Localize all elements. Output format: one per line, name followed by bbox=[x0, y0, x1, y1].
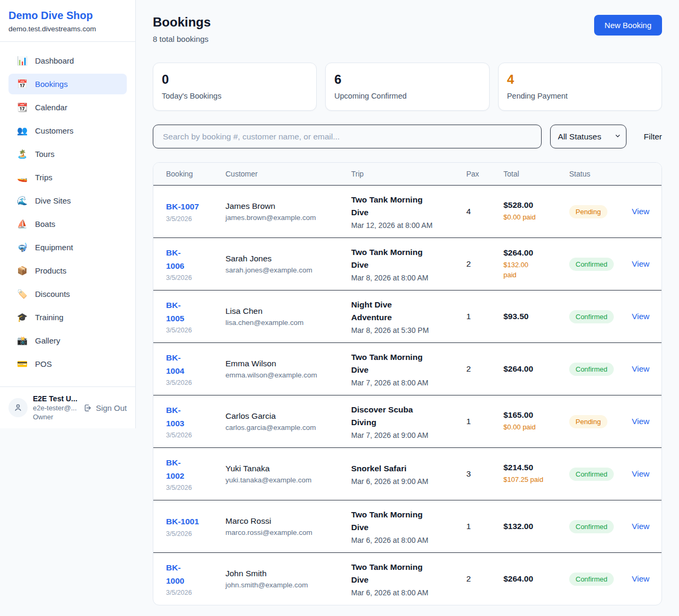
customer-cell: Yuki Tanaka yuki.tanaka@example.com bbox=[225, 464, 351, 484]
total-cell: $264.00 bbox=[503, 364, 569, 374]
customer-name: Yuki Tanaka bbox=[225, 464, 351, 473]
trip-name: Snorkel Safari bbox=[351, 462, 433, 475]
pax-cell: 1 bbox=[466, 417, 503, 426]
trip-cell: Snorkel Safari Mar 6, 2026 at 9:00 AM bbox=[351, 462, 466, 486]
view-link[interactable]: View bbox=[632, 312, 649, 321]
total-cell: $93.50 bbox=[503, 312, 569, 321]
page-header: Bookings 8 total bookings New Booking bbox=[153, 15, 662, 43]
customer-email: emma.wilson@example.com bbox=[225, 371, 351, 379]
booking-id-link[interactable]: BK-1000 bbox=[166, 561, 190, 587]
table-header-row: BookingCustomerTripPaxTotalStatus bbox=[153, 163, 661, 185]
trip-datetime: Mar 6, 2026 at 8:00 AM bbox=[351, 536, 466, 544]
logout-icon bbox=[83, 403, 92, 412]
sidebar-item-products[interactable]: 📦Products bbox=[8, 260, 127, 281]
trip-datetime: Mar 7, 2026 at 9:00 AM bbox=[351, 431, 466, 439]
customer-email: sarah.jones@example.com bbox=[225, 266, 351, 274]
sign-out-button[interactable]: Sign Out bbox=[83, 403, 127, 412]
trip-cell: Two Tank Morning Dive Mar 8, 2026 at 8:0… bbox=[351, 246, 466, 282]
sidebar-item-bookings[interactable]: 📅Bookings bbox=[8, 74, 127, 94]
table-row: BK-1005 3/5/2026 Lisa Chen lisa.chen@exa… bbox=[153, 290, 661, 342]
view-link[interactable]: View bbox=[632, 574, 649, 583]
status-badge: Confirmed bbox=[569, 573, 614, 586]
sidebar-item-label: Discounts bbox=[35, 289, 70, 298]
sidebar-item-calendar[interactable]: 📆Calendar bbox=[8, 97, 127, 118]
column-header-booking: Booking bbox=[166, 170, 225, 178]
page-title: Bookings bbox=[153, 15, 211, 30]
table-row: BK-1003 3/5/2026 Carlos Garcia carlos.ga… bbox=[153, 395, 661, 447]
bookings-table: BookingCustomerTripPaxTotalStatus BK-100… bbox=[153, 162, 662, 605]
booking-id-link[interactable]: BK-1001 bbox=[166, 515, 225, 528]
stat-card-upcoming-confirmed: 6Upcoming Confirmed bbox=[325, 63, 489, 111]
paid-amount: $0.00 paid bbox=[503, 423, 569, 433]
booking-id-link[interactable]: BK-1002 bbox=[166, 456, 190, 482]
paid-amount: $107.25 paid bbox=[503, 475, 569, 485]
avatar bbox=[8, 398, 28, 417]
trip-name: Two Tank Morning Dive bbox=[351, 351, 433, 376]
sidebar-item-label: Boats bbox=[35, 219, 55, 228]
booking-id-link[interactable]: BK-1004 bbox=[166, 351, 190, 377]
customer-cell: Lisa Chen lisa.chen@example.com bbox=[225, 306, 351, 327]
sidebar-item-boats[interactable]: ⛵Boats bbox=[8, 214, 127, 234]
stat-label: Upcoming Confirmed bbox=[334, 92, 480, 100]
sidebar-item-dashboard[interactable]: 📊Dashboard bbox=[8, 50, 127, 71]
island-icon: 🏝️ bbox=[17, 149, 28, 159]
view-link[interactable]: View bbox=[632, 469, 649, 478]
sidebar-item-discounts[interactable]: 🏷️Discounts bbox=[8, 284, 127, 304]
sidebar-item-tours[interactable]: 🏝️Tours bbox=[8, 144, 127, 164]
app: Demo Dive Shop demo.test.divestreams.com… bbox=[0, 0, 679, 616]
sidebar-item-gallery[interactable]: 📸Gallery bbox=[8, 330, 127, 351]
new-booking-button[interactable]: New Booking bbox=[594, 15, 662, 36]
user-role: Owner bbox=[33, 413, 78, 421]
view-link[interactable]: View bbox=[632, 417, 649, 426]
view-cell: View bbox=[632, 417, 649, 426]
customer-name: Sarah Jones bbox=[225, 254, 351, 263]
column-header-trip: Trip bbox=[351, 170, 466, 178]
sailboat-icon: ⛵ bbox=[17, 219, 28, 229]
status-cell: Confirmed bbox=[569, 363, 632, 376]
pax-cell: 1 bbox=[466, 522, 503, 531]
column-header-status: Status bbox=[569, 170, 632, 178]
sidebar-item-trips[interactable]: 🚤Trips bbox=[8, 167, 127, 188]
sidebar-header: Demo Dive Shop demo.test.divestreams.com bbox=[0, 0, 135, 42]
user-name: E2E Test U... bbox=[33, 394, 78, 403]
sidebar-item-dive-sites[interactable]: 🌊Dive Sites bbox=[8, 190, 127, 211]
booking-cell: BK-1002 3/5/2026 bbox=[166, 456, 225, 491]
booking-id-link[interactable]: BK-1007 bbox=[166, 200, 225, 213]
sidebar-footer: E2E Test U... e2e-tester@... Owner Sign … bbox=[0, 386, 135, 428]
booking-id-link[interactable]: BK-1005 bbox=[166, 299, 190, 324]
view-link[interactable]: View bbox=[632, 259, 649, 268]
sidebar-item-label: Bookings bbox=[35, 80, 68, 89]
view-link[interactable]: View bbox=[632, 522, 649, 531]
status-filter-select[interactable]: All Statuses bbox=[550, 125, 626, 148]
trip-datetime: Mar 8, 2026 at 8:00 AM bbox=[351, 274, 466, 282]
pax-cell: 2 bbox=[466, 364, 503, 374]
speedboat-icon: 🚤 bbox=[17, 172, 28, 182]
status-cell: Confirmed bbox=[569, 468, 632, 481]
customer-name: Carlos Garcia bbox=[225, 411, 351, 421]
sidebar-item-training[interactable]: 🎓Training bbox=[8, 307, 127, 328]
sidebar-item-customers[interactable]: 👥Customers bbox=[8, 120, 127, 141]
table-row: BK-1000 3/5/2026 John Smith john.smith@e… bbox=[153, 552, 661, 605]
booking-id-link[interactable]: BK-1003 bbox=[166, 404, 190, 429]
total-amount: $93.50 bbox=[503, 312, 569, 321]
booking-date: 3/5/2026 bbox=[166, 530, 225, 538]
graduation-cap-icon: 🎓 bbox=[17, 312, 28, 322]
diving-mask-icon: 🤿 bbox=[17, 242, 28, 252]
status-badge: Confirmed bbox=[569, 468, 614, 481]
package-icon: 📦 bbox=[17, 266, 28, 276]
booking-cell: BK-1000 3/5/2026 bbox=[166, 561, 225, 596]
trip-name: Two Tank Morning Dive bbox=[351, 246, 433, 271]
sidebar-item-pos[interactable]: 💳POS bbox=[8, 354, 127, 374]
view-link[interactable]: View bbox=[632, 207, 649, 216]
search-input[interactable] bbox=[153, 125, 542, 148]
stat-value: 4 bbox=[507, 73, 653, 86]
filter-button[interactable]: Filter bbox=[644, 132, 662, 142]
view-link[interactable]: View bbox=[632, 364, 649, 373]
booking-id-link[interactable]: BK-1006 bbox=[166, 247, 190, 272]
view-cell: View bbox=[632, 364, 649, 374]
column-header-total: Total bbox=[503, 170, 569, 178]
credit-card-icon: 💳 bbox=[17, 359, 28, 369]
total-amount: $132.00 bbox=[503, 522, 569, 531]
status-badge: Pending bbox=[569, 415, 607, 428]
sidebar-item-equipment[interactable]: 🤿Equipment bbox=[8, 237, 127, 258]
